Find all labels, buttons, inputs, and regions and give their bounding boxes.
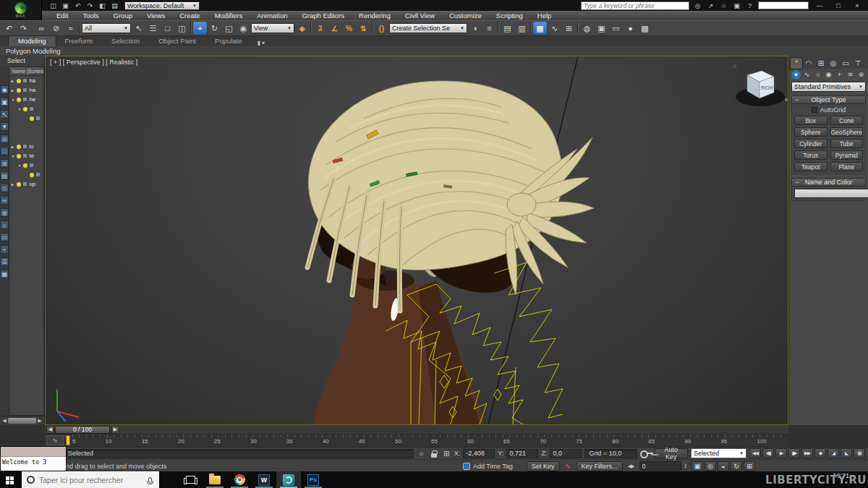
select-by-name-icon[interactable]: ☰ [146, 22, 160, 35]
geometry-icon[interactable]: ● [791, 70, 801, 80]
menu-item[interactable]: Tools [75, 11, 106, 20]
open-file-icon[interactable]: ◫ [48, 1, 59, 10]
display-toggle-icon[interactable]: ◉ [0, 85, 9, 94]
auto-key-button[interactable]: Auto Key [655, 448, 688, 458]
toggle-scene-explorer-icon[interactable]: ▤ [501, 22, 514, 35]
ribbon-tab[interactable]: Populate [205, 36, 252, 46]
viewcube-face-label[interactable]: RIGHT [761, 85, 775, 90]
scale-key-button[interactable]: ▦ [854, 448, 865, 458]
scene-explorer-row[interactable]: ▼ te [9, 151, 43, 160]
motion-tab[interactable]: ◎ [827, 58, 839, 69]
time-tag-icon[interactable] [463, 463, 470, 470]
visibility-bulb-icon[interactable] [17, 154, 21, 158]
communication-center-box[interactable] [758, 1, 809, 9]
unlink-selection-icon[interactable]: ⊘ [49, 22, 63, 35]
scene-explorer-row[interactable]: ▶ lo [9, 142, 43, 151]
search-icon[interactable]: ◎ [692, 1, 703, 10]
visibility-bulb-icon[interactable] [17, 182, 21, 187]
select-and-link-icon[interactable]: ∞ [35, 22, 48, 35]
pan-button[interactable]: ◒ [718, 461, 729, 471]
visibility-bulb-icon[interactable] [17, 88, 21, 93]
w-app-button[interactable]: W [252, 471, 276, 488]
next-frame-button[interactable]: ▮▶ [788, 448, 800, 458]
key-mode-dropdown[interactable]: Selected ▼ [691, 448, 746, 458]
autogrid-checkbox[interactable] [812, 107, 817, 113]
add-time-tag-label[interactable]: Add Time Tag [473, 463, 524, 470]
maximize-viewport-button[interactable]: ⊞ [744, 461, 755, 471]
object-type-button[interactable]: Sphere [794, 127, 827, 137]
toggle-ribbon-icon[interactable]: ▦ [533, 22, 547, 35]
display-tab[interactable]: ▭ [840, 58, 851, 69]
selection-filter-dropdown[interactable]: All ▼ [82, 23, 131, 33]
maximize-button[interactable]: □ [830, 1, 846, 10]
modify-tab[interactable]: ◠ [803, 58, 814, 69]
scene-explorer-row[interactable] [9, 170, 43, 179]
scene-explorer-row[interactable]: ▶ up [9, 179, 43, 189]
menu-item[interactable]: Animation [250, 11, 294, 20]
layer-view-icon[interactable]: ▤ [0, 171, 9, 180]
menu-item[interactable]: Views [140, 11, 172, 20]
cameras-icon[interactable]: ◉ [824, 70, 833, 80]
object-type-button[interactable]: Teapot [794, 162, 827, 171]
menu-item[interactable]: Edit [49, 11, 75, 20]
redo-icon[interactable]: ↷ [17, 22, 30, 35]
scene-explorer-row[interactable]: ▼ he [9, 95, 43, 104]
menu-item[interactable]: Scripting [489, 11, 530, 20]
previous-frame-button[interactable]: ◀▮ [762, 448, 774, 458]
expand-arrow-icon[interactable]: ▼ [17, 107, 22, 111]
spinner-snap-icon[interactable]: ⇅ [357, 22, 370, 35]
group-icon[interactable]: ◇ [0, 184, 9, 192]
mini-curve-editor-button[interactable]: ∿ [46, 435, 64, 445]
expand-arrow-icon[interactable]: ▼ [17, 163, 22, 168]
menu-item[interactable]: Group [106, 11, 140, 20]
object-name-field[interactable] [794, 189, 868, 198]
render-iray-icon[interactable]: ▩ [638, 22, 652, 35]
undo-icon[interactable]: ↶ [2, 22, 16, 35]
workspace-dropdown[interactable]: Workspace: Default ▼ [124, 1, 200, 10]
utilities-tab[interactable]: ⊤ [852, 58, 864, 69]
scene-explorer-row[interactable]: ▼ [9, 160, 43, 170]
project-folder-icon[interactable]: ◧ [97, 1, 108, 10]
ribbon-tab[interactable]: Object Paint [149, 36, 205, 46]
schematic-view-icon[interactable]: ⊞ [562, 22, 576, 35]
taskbar-search-box[interactable] [22, 471, 159, 488]
name-color-rollout-header[interactable]: − Name and Color [791, 178, 866, 187]
settings-icon[interactable]: ▣ [0, 98, 9, 106]
explorer-horizontal-scrollbar[interactable]: ◀ ▶ [0, 416, 44, 425]
go-to-start-button[interactable]: ◀◀ [749, 448, 761, 458]
list-view-icon[interactable]: ☰ [0, 257, 9, 266]
sign-in-icon[interactable]: ↗ [705, 1, 716, 10]
frame-spinner[interactable]: ▲▼ [684, 463, 687, 469]
grid-view-icon[interactable]: ▦ [0, 270, 9, 278]
select-and-move-icon[interactable]: + [193, 22, 207, 35]
expand-arrow-icon[interactable]: ▶ [11, 182, 15, 187]
selection-lock-icon[interactable] [429, 448, 438, 458]
expand-arrow-icon[interactable]: ▶ [11, 88, 15, 93]
named-selection-set-dropdown[interactable]: Create Selection Se ▼ [389, 23, 467, 33]
systems-icon[interactable]: ⊛ [856, 70, 866, 80]
chrome-button[interactable] [227, 471, 252, 488]
rectangular-selection-icon[interactable]: □ [161, 22, 174, 35]
align-icon[interactable]: ≡ [482, 22, 496, 35]
window-crossing-icon[interactable]: ◫ [175, 22, 189, 35]
start-button[interactable] [0, 471, 22, 488]
scene-explorer-row[interactable]: ▶ ha [9, 85, 43, 95]
ribbon-tab[interactable]: Selection [102, 36, 149, 46]
3dsmax-logo[interactable]: MAX [0, 0, 42, 20]
primitive-category-dropdown[interactable]: Standard Primitives ▼ [791, 82, 866, 92]
object-type-button[interactable]: Torus [794, 150, 827, 160]
visibility-bulb-icon[interactable] [17, 145, 21, 149]
time-slider-handle[interactable]: 0 / 100 [55, 426, 110, 434]
redo-icon[interactable]: ↷ [85, 1, 95, 10]
play-button[interactable]: ▶ [775, 448, 787, 458]
select-and-rotate-icon[interactable]: ↻ [208, 22, 221, 35]
ribbon-tab[interactable]: Modeling [9, 36, 56, 46]
favorites-star-icon[interactable]: ☆ [718, 1, 729, 10]
select-and-scale-icon[interactable]: ◱ [222, 22, 236, 35]
space-warps-icon[interactable]: ≋ [846, 70, 855, 80]
visibility-bulb-icon[interactable] [17, 79, 21, 83]
visibility-bulb-icon[interactable] [17, 98, 21, 102]
track-bar[interactable]: ∿ 51015202530354045505560657075808590951… [45, 435, 788, 447]
zoom-button[interactable]: ◎ [705, 461, 716, 471]
maxscript-mini-listener[interactable]: Welcome to 3 [0, 446, 67, 471]
